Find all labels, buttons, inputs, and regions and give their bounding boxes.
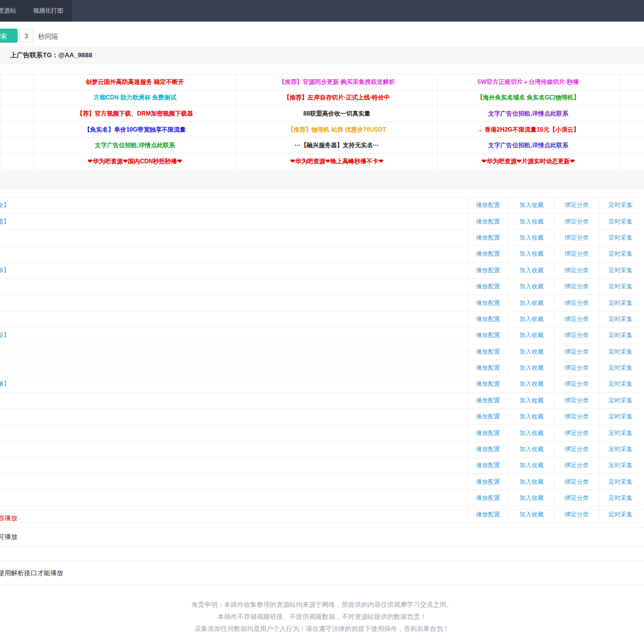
interval-input[interactable] [19,29,33,42]
scheduled-collect-link[interactable]: 定时采集 [599,458,641,474]
add-favorite-link[interactable]: 加入收藏 [509,409,554,425]
scheduled-collect-link[interactable]: 定时采集 [599,230,641,246]
ad-link[interactable]: → 香港2H2G不限流量15元【小浪云】 [438,122,619,138]
scheduled-collect-link[interactable]: 定时采集 [599,490,641,506]
bind-category-link[interactable]: 绑定分类 [554,360,599,376]
play-config-link[interactable]: 播放配置 [467,246,509,262]
bind-category-link[interactable]: 绑定分类 [554,246,599,262]
scheduled-collect-link[interactable]: 定时采集 [599,441,641,457]
add-favorite-link[interactable]: 加入收藏 [509,197,554,213]
play-config-link[interactable]: 播放配置 [467,213,509,230]
play-config-link[interactable]: 播放配置 [467,376,509,392]
play-config-link[interactable]: 播放配置 [467,278,509,294]
tab-resource-site[interactable]: 资源站 [0,7,24,15]
ad-link[interactable]: 【推荐】官源同步更新 购买采集授权送解析 [237,74,438,90]
ad-link[interactable]: 【海外免实名域名 免实名G口物理机】 [438,90,619,106]
resource-name-link[interactable]: 错】 [0,267,10,274]
play-config-link[interactable]: 播放配置 [467,392,509,408]
bind-category-link[interactable]: 绑定分类 [554,474,599,490]
play-config-link[interactable]: 播放配置 [467,311,509,327]
scheduled-collect-link[interactable]: 定时采集 [599,392,641,408]
bind-category-link[interactable]: 绑定分类 [554,262,599,278]
bind-category-link[interactable]: 绑定分类 [554,392,599,408]
add-favorite-link[interactable]: 加入收藏 [509,295,554,311]
bind-category-link[interactable]: 绑定分类 [554,425,599,441]
add-favorite-link[interactable]: 加入收藏 [509,490,554,506]
ad-link[interactable]: 文字广告位招租,详情点此联系 [438,106,619,122]
scheduled-collect-link[interactable]: 定时采集 [599,376,641,392]
add-favorite-link[interactable]: 加入收藏 [509,376,554,392]
ad-link[interactable]: 5W官方正规切片＋台湾传媒切片-秒播 [438,74,619,90]
scheduled-collect-link[interactable]: 定时采集 [599,425,641,441]
play-config-link[interactable]: 播放配置 [467,262,509,278]
play-config-link[interactable]: 播放配置 [467,425,509,441]
play-config-link[interactable]: 播放配置 [467,458,509,474]
scheduled-collect-link[interactable]: 定时采集 [599,213,641,230]
search-button[interactable]: 搜索 [0,29,18,43]
bind-category-link[interactable]: 绑定分类 [554,230,599,246]
bind-category-link[interactable]: 绑定分类 [554,490,599,506]
play-config-link[interactable]: 播放配置 [467,490,509,506]
ad-link[interactable]: ❤华为吧资源❤晚上高峰秒播不卡❤ [237,153,438,169]
scheduled-collect-link[interactable]: 定时采集 [599,328,641,344]
play-config-link[interactable]: 播放配置 [467,197,509,213]
play-config-link[interactable]: 播放配置 [467,474,509,490]
bind-category-link[interactable]: 绑定分类 [554,328,599,344]
resource-name-link[interactable]: 全】 [0,201,10,208]
bind-category-link[interactable]: 绑定分类 [554,409,599,425]
ad-link[interactable]: ···【融兴服务器】支持无实名··· [237,138,438,154]
scheduled-collect-link[interactable]: 定时采集 [599,278,641,294]
ad-link[interactable]: 文字广告位招租,详情点此联系 [34,138,237,154]
bind-category-link[interactable]: 绑定分类 [554,441,599,457]
bind-category-link[interactable]: 绑定分类 [554,376,599,392]
resource-name-link[interactable]: 蜜】 [0,218,10,225]
ad-link[interactable]: 【荐】官方视频下载、DRM加密视频下载器 [34,106,237,122]
ad-link[interactable]: 方能CDN 助力欧洲杯 免费测试 [34,90,237,106]
play-config-link[interactable]: 播放配置 [467,295,509,311]
add-favorite-link[interactable]: 加入收藏 [509,392,554,408]
add-favorite-link[interactable]: 加入收藏 [509,230,554,246]
play-config-link[interactable]: 播放配置 [467,230,509,246]
add-favorite-link[interactable]: 加入收藏 [509,441,554,457]
add-favorite-link[interactable]: 加入收藏 [509,213,554,230]
add-favorite-link[interactable]: 加入收藏 [509,311,554,327]
bind-category-link[interactable]: 绑定分类 [554,458,599,474]
ad-link[interactable]: 文字广告位招租,详情点此联系 [438,138,619,154]
tab-video-lightning[interactable]: 视频化打图 [33,7,63,15]
bind-category-link[interactable]: 绑定分类 [554,344,599,360]
play-config-link[interactable]: 播放配置 [467,360,509,376]
ad-link[interactable]: ❤华为吧资源❤国内CDN秒拒秒播❤ [34,153,237,169]
scheduled-collect-link[interactable]: 定时采集 [599,360,641,376]
ad-link[interactable]: ❤华为吧资源❤片源实时动态更新❤ [438,153,619,169]
resource-name-link[interactable]: 新】 [0,332,10,339]
bind-category-link[interactable]: 绑定分类 [554,295,599,311]
ad-link[interactable]: 【推荐】左岸自存切片·正式上线·特价中 [237,90,438,106]
scheduled-collect-link[interactable]: 定时采集 [599,344,641,360]
add-favorite-link[interactable]: 加入收藏 [509,360,554,376]
add-favorite-link[interactable]: 加入收藏 [509,262,554,278]
scheduled-collect-link[interactable]: 定时采集 [599,311,641,327]
add-favorite-link[interactable]: 加入收藏 [509,344,554,360]
add-favorite-link[interactable]: 加入收藏 [509,328,554,344]
bind-category-link[interactable]: 绑定分类 [554,278,599,294]
scheduled-collect-link[interactable]: 定时采集 [599,197,641,213]
ad-link[interactable]: 【推荐】物理机 站群 优惠价70USDT [237,122,438,138]
play-config-link[interactable]: 播放配置 [467,409,509,425]
add-favorite-link[interactable]: 加入收藏 [509,474,554,490]
scheduled-collect-link[interactable]: 定时采集 [599,262,641,278]
scheduled-collect-link[interactable]: 定时采集 [599,295,641,311]
ad-link[interactable]: 创梦云国外高防高速服务 稳定不断开 [34,74,237,90]
add-favorite-link[interactable]: 加入收藏 [509,246,554,262]
scheduled-collect-link[interactable]: 定时采集 [599,246,641,262]
bind-category-link[interactable]: 绑定分类 [554,197,599,213]
bind-category-link[interactable]: 绑定分类 [554,311,599,327]
play-config-link[interactable]: 播放配置 [467,441,509,457]
ad-link[interactable]: 88联盟高价收一切真实量 [237,106,438,122]
play-config-link[interactable]: 播放配置 [467,328,509,344]
add-favorite-link[interactable]: 加入收藏 [509,425,554,441]
scheduled-collect-link[interactable]: 定时采集 [599,474,641,490]
scheduled-collect-link[interactable]: 定时采集 [599,409,641,425]
play-config-link[interactable]: 播放配置 [467,344,509,360]
add-favorite-link[interactable]: 加入收藏 [509,278,554,294]
ad-link[interactable]: 【免实名】单价10G带宽独享不限流量 [34,122,237,138]
